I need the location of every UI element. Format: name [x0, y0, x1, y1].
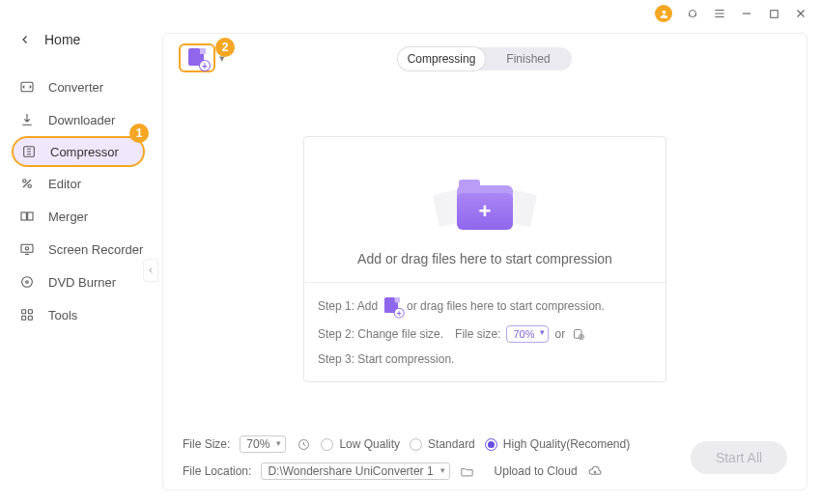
- step-3: Step 3: Start compression.: [318, 352, 652, 366]
- tab-compressing[interactable]: Compressing: [398, 47, 485, 70]
- nav-list: Converter Downloader Compressor Editor M…: [0, 70, 155, 331]
- tabs: Compressing Finished: [398, 47, 572, 70]
- compress-settings-icon[interactable]: [296, 436, 311, 452]
- step2-filesize-label: File size:: [455, 327, 500, 341]
- svg-rect-9: [21, 244, 33, 252]
- open-folder-icon[interactable]: [460, 463, 475, 479]
- merger-icon: [19, 209, 35, 224]
- tab-finished[interactable]: Finished: [485, 47, 572, 70]
- svg-rect-2: [770, 10, 778, 17]
- sidebar-item-compressor[interactable]: Compressor: [12, 136, 145, 167]
- user-avatar[interactable]: [655, 5, 672, 22]
- sidebar-item-label: Tools: [48, 308, 77, 322]
- sidebar-item-converter[interactable]: Converter: [0, 70, 155, 103]
- maximize-button[interactable]: [767, 7, 780, 20]
- back-chevron-icon: [19, 34, 31, 45]
- menu-icon[interactable]: [713, 7, 726, 20]
- sidebar-item-label: Converter: [48, 80, 103, 95]
- add-file-group: + 2 ▾: [179, 43, 225, 72]
- radio-icon: [321, 438, 333, 451]
- folder-plus-illustration: +: [451, 180, 519, 234]
- step-1: Step 1: Add + or drag files here to star…: [318, 296, 652, 316]
- drop-title: Add or drag files here to start compress…: [357, 251, 612, 266]
- sidebar-collapse-toggle[interactable]: [143, 259, 158, 282]
- quality-low-option[interactable]: Low Quality: [321, 437, 400, 451]
- step3-text: Step 3: Start compression.: [318, 352, 454, 366]
- step2-or: or: [554, 327, 565, 341]
- sidebar: Home Converter Downloader Compressor Edi…: [0, 0, 155, 504]
- home-nav[interactable]: Home: [0, 24, 155, 55]
- annotation-badge-1: 1: [129, 124, 149, 143]
- converter-icon: [19, 79, 35, 95]
- step1-text-a: Step 1: Add: [318, 299, 378, 313]
- svg-rect-16: [28, 316, 32, 320]
- radio-icon: [410, 438, 422, 451]
- sidebar-item-merger[interactable]: Merger: [0, 200, 155, 233]
- screen-recorder-icon: [19, 241, 35, 257]
- quality-low-label: Low Quality: [339, 437, 400, 451]
- sidebar-item-screen-recorder[interactable]: Screen Recorder: [0, 233, 155, 266]
- file-plus-icon: +: [188, 48, 206, 68]
- sidebar-item-label: Screen Recorder: [48, 242, 143, 257]
- drop-panel: + Add or drag files here to start compre…: [303, 136, 666, 382]
- sidebar-item-label: DVD Burner: [48, 275, 116, 290]
- sidebar-item-tools[interactable]: Tools: [0, 298, 155, 331]
- step-2: Step 2: Change file size. File size: 70%…: [318, 325, 652, 343]
- quality-high-label: High Quality(Recomend): [503, 437, 630, 451]
- downloader-icon: [19, 112, 35, 127]
- sidebar-item-editor[interactable]: Editor: [0, 167, 155, 200]
- compressor-icon: [21, 144, 37, 159]
- svg-rect-15: [22, 316, 26, 320]
- support-icon[interactable]: [686, 7, 699, 20]
- home-label: Home: [44, 32, 80, 47]
- drop-zone[interactable]: + Add or drag files here to start compre…: [304, 137, 665, 282]
- close-button[interactable]: [794, 7, 807, 20]
- filesize-percent-select[interactable]: 70%: [506, 325, 549, 343]
- sidebar-item-label: Compressor: [50, 145, 119, 159]
- main-panel: + 2 ▾ Compressing Finished + Add or drag…: [162, 33, 807, 490]
- svg-rect-13: [22, 310, 26, 314]
- sidebar-item-label: Merger: [48, 210, 88, 224]
- svg-rect-7: [21, 212, 26, 220]
- quality-standard-option[interactable]: Standard: [410, 437, 475, 451]
- svg-point-10: [25, 247, 28, 250]
- svg-point-0: [662, 10, 665, 14]
- filelocation-select[interactable]: D:\Wondershare UniConverter 1: [261, 462, 449, 480]
- quality-standard-label: Standard: [428, 437, 475, 451]
- drop-steps: Step 1: Add + or drag files here to star…: [304, 282, 665, 381]
- step2-text-a: Step 2: Change file size.: [318, 327, 443, 341]
- svg-rect-8: [28, 212, 33, 220]
- quality-high-option[interactable]: High Quality(Recomend): [485, 437, 630, 451]
- svg-point-5: [23, 180, 26, 182]
- add-file-button[interactable]: + 2: [179, 43, 215, 72]
- step1-text-b: or drag files here to start compression.: [407, 299, 605, 313]
- filelocation-label: File Location:: [183, 464, 251, 478]
- upload-cloud-label: Upload to Cloud: [495, 464, 578, 478]
- sidebar-item-label: Downloader: [48, 113, 115, 127]
- minimize-button[interactable]: [740, 7, 753, 20]
- svg-point-11: [22, 277, 33, 288]
- sidebar-item-dvd-burner[interactable]: DVD Burner: [0, 266, 155, 298]
- svg-point-12: [26, 281, 29, 284]
- svg-rect-14: [28, 310, 32, 314]
- annotation-badge-2: 2: [215, 38, 235, 57]
- sidebar-item-label: Editor: [48, 177, 81, 191]
- radio-icon: [485, 438, 497, 451]
- tools-icon: [19, 307, 35, 322]
- editor-icon: [19, 176, 35, 191]
- settings-gear-icon[interactable]: [571, 326, 586, 342]
- start-all-button[interactable]: Start All: [691, 441, 787, 474]
- dvd-burner-icon: [19, 274, 35, 290]
- svg-point-6: [28, 184, 31, 187]
- bottom-bar: File Size: 70% Low Quality Standard High…: [183, 435, 787, 480]
- cloud-upload-icon[interactable]: [587, 463, 603, 479]
- file-plus-icon[interactable]: +: [384, 297, 400, 315]
- filesize-label: File Size:: [183, 437, 230, 451]
- filesize-select[interactable]: 70%: [240, 435, 286, 453]
